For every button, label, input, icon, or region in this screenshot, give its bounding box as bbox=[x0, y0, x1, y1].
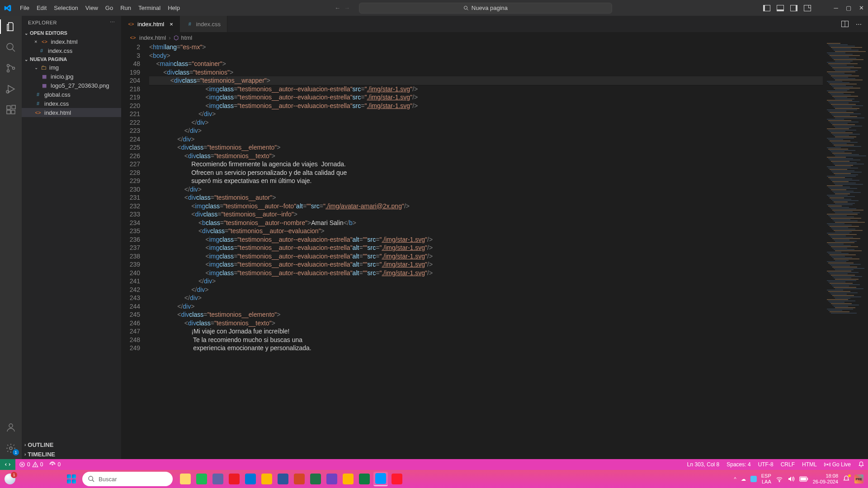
status-bell-icon[interactable] bbox=[858, 461, 864, 468]
editor-more-icon[interactable]: ⋯ bbox=[856, 21, 862, 28]
folder-name: img bbox=[49, 64, 59, 71]
outline-header[interactable]: › OUTLINE bbox=[22, 440, 121, 450]
taskbar-weather[interactable]: 1 bbox=[5, 474, 15, 484]
html-file-icon: <> bbox=[34, 109, 42, 116]
menu-go[interactable]: Go bbox=[102, 3, 117, 13]
taskbar-app-vscode[interactable] bbox=[373, 472, 388, 486]
css-file-icon: # bbox=[38, 47, 45, 54]
tray-volume-icon[interactable] bbox=[788, 476, 795, 482]
svg-point-21 bbox=[52, 464, 53, 465]
main-area: 1 EXPLORER ⋯ ⌄ OPEN EDITORS ×<>index.htm… bbox=[0, 16, 868, 459]
tray-app-icon[interactable] bbox=[750, 476, 757, 482]
split-editor-icon[interactable] bbox=[841, 21, 849, 27]
taskbar-app-spotify[interactable] bbox=[194, 472, 209, 486]
tab-close-icon[interactable]: × bbox=[170, 21, 173, 28]
taskbar-app-copilot[interactable] bbox=[325, 472, 339, 486]
tray-onedrive-icon[interactable]: ☁ bbox=[741, 476, 746, 482]
taskbar-app-files[interactable] bbox=[341, 472, 355, 486]
status-problems[interactable]: 0 0 bbox=[19, 461, 43, 468]
taskbar-app-teams[interactable] bbox=[211, 472, 225, 486]
start-button[interactable] bbox=[64, 472, 79, 486]
taskbar-app-word[interactable] bbox=[276, 472, 290, 486]
tray-notifications-icon[interactable] bbox=[843, 475, 850, 483]
menu-help[interactable]: Help bbox=[164, 3, 184, 13]
minimap[interactable] bbox=[823, 43, 868, 459]
file-item[interactable]: ▦logo5_27_203630.png bbox=[22, 81, 121, 90]
tray-prettier-icon[interactable]: PRE bbox=[854, 474, 863, 483]
search-placeholder: Nueva pagina bbox=[472, 5, 508, 11]
open-editors-header[interactable]: ⌄ OPEN EDITORS bbox=[22, 29, 121, 37]
open-editor-item[interactable]: ×<>index.html bbox=[22, 37, 121, 46]
window-minimize-icon[interactable]: ─ bbox=[833, 5, 839, 11]
code-editor[interactable]: 2348199204218219220221222223224225226227… bbox=[121, 43, 868, 459]
nav-forward-icon[interactable]: → bbox=[344, 5, 350, 11]
menu-view[interactable]: View bbox=[82, 3, 102, 13]
layout-bottom-icon[interactable] bbox=[777, 5, 784, 11]
status-eol[interactable]: CRLF bbox=[781, 461, 795, 468]
taskbar-app-acrobat[interactable] bbox=[227, 472, 241, 486]
editor-tab[interactable]: <>index.html× bbox=[121, 16, 180, 32]
taskbar-search[interactable]: Buscar bbox=[82, 472, 173, 486]
activity-debug-icon[interactable] bbox=[5, 83, 17, 95]
file-item[interactable]: #global.css bbox=[22, 90, 121, 99]
command-center[interactable]: Nueva pagina bbox=[359, 3, 612, 14]
explorer-more-icon[interactable]: ⋯ bbox=[110, 19, 115, 25]
close-editor-icon[interactable]: × bbox=[34, 39, 37, 44]
file-item[interactable]: ▦inicio.jpg bbox=[22, 72, 121, 81]
status-encoding[interactable]: UTF-8 bbox=[758, 461, 774, 468]
svg-rect-10 bbox=[11, 110, 15, 114]
golive-label: Go Live bbox=[832, 461, 851, 468]
file-name: index.html bbox=[51, 38, 77, 45]
layout-left-icon[interactable] bbox=[763, 5, 770, 11]
activity-explorer-icon[interactable] bbox=[5, 20, 17, 33]
timeline-header[interactable]: › TIMELINE bbox=[22, 450, 121, 459]
editor-tab[interactable]: #index.css bbox=[180, 16, 227, 32]
nav-back-icon[interactable]: ← bbox=[335, 5, 340, 11]
taskbar-app-project[interactable] bbox=[357, 472, 372, 486]
status-cursor[interactable]: Ln 303, Col 8 bbox=[687, 461, 719, 468]
window-maximize-icon[interactable]: ▢ bbox=[845, 5, 852, 11]
file-item[interactable]: <>index.html bbox=[22, 108, 121, 117]
remote-indicator[interactable] bbox=[0, 459, 15, 470]
activity-scm-icon[interactable] bbox=[5, 62, 17, 75]
taskbar-app-edge[interactable] bbox=[243, 472, 258, 486]
status-golive[interactable]: Go Live bbox=[824, 461, 851, 468]
menu-selection[interactable]: Selection bbox=[50, 3, 81, 13]
tray-language[interactable]: ESP LAA bbox=[761, 473, 771, 485]
taskbar-app-opera[interactable] bbox=[390, 472, 404, 486]
files-icon bbox=[343, 474, 354, 484]
status-ports[interactable]: 0 bbox=[49, 461, 61, 468]
taskbar-app-excel[interactable] bbox=[308, 472, 323, 486]
spotify-icon bbox=[196, 474, 207, 484]
status-language[interactable]: HTML bbox=[802, 461, 817, 468]
breadcrumb[interactable]: <> index.html › ⬡ html bbox=[121, 32, 868, 43]
taskbar-app-powerpoint[interactable] bbox=[292, 472, 307, 486]
tray-battery-icon[interactable] bbox=[799, 476, 808, 482]
file-item[interactable]: #index.css bbox=[22, 99, 121, 108]
file-name: global.css bbox=[44, 91, 71, 98]
status-spaces[interactable]: Spaces: 4 bbox=[726, 461, 750, 468]
menu-edit[interactable]: Edit bbox=[33, 3, 50, 13]
taskbar-app-chrome[interactable] bbox=[259, 472, 274, 486]
tray-wifi-icon[interactable] bbox=[776, 476, 783, 482]
tray-chevron-icon[interactable]: ^ bbox=[734, 476, 736, 482]
activity-extensions-icon[interactable] bbox=[5, 103, 17, 116]
activity-settings-icon[interactable]: 1 bbox=[5, 442, 17, 455]
workspace-header[interactable]: ⌄ NUEVA PAGINA bbox=[22, 55, 121, 63]
activity-search-icon[interactable] bbox=[5, 41, 17, 54]
folder-item[interactable]: ⌄🗀img bbox=[22, 63, 121, 72]
window-close-icon[interactable]: ✕ bbox=[858, 5, 864, 11]
taskbar-app-explorer[interactable] bbox=[178, 472, 193, 486]
status-bar: 0 0 0 Ln 303, Col 8 Spaces: 4 UTF-8 CRLF… bbox=[0, 459, 868, 470]
menu-file[interactable]: File bbox=[16, 3, 33, 13]
open-editor-item[interactable]: #index.css bbox=[22, 46, 121, 55]
layout-custom-icon[interactable] bbox=[804, 5, 811, 11]
menu-run[interactable]: Run bbox=[117, 3, 135, 13]
activity-account-icon[interactable] bbox=[5, 421, 17, 434]
code-content[interactable]: <html lang="es-mx"><body> <main class="c… bbox=[149, 43, 823, 459]
layout-right-icon[interactable] bbox=[790, 5, 797, 11]
menu-terminal[interactable]: Terminal bbox=[135, 3, 164, 13]
explorer-icon bbox=[180, 474, 191, 484]
tray-clock[interactable]: 18:08 26-09-2024 bbox=[813, 473, 838, 485]
css-file-icon: # bbox=[34, 91, 42, 98]
